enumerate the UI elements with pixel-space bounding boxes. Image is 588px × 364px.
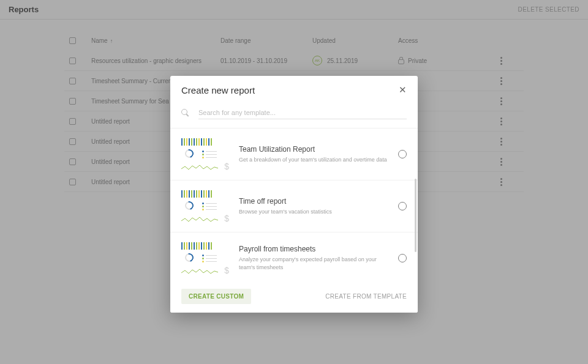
close-icon[interactable]: ✕: [399, 84, 407, 95]
search-icon: [181, 109, 190, 117]
template-text: Team Utilization ReportGet a breakdown o…: [239, 145, 388, 164]
template-description: Browse your team's vacation statistics: [239, 208, 388, 216]
template-title: Time off report: [239, 197, 388, 206]
template-radio[interactable]: [398, 254, 407, 262]
create-from-template-button[interactable]: CREATE FROM TEMPLATE: [325, 293, 407, 300]
modal-title: Create new report: [181, 85, 255, 95]
template-thumbnail: $: [181, 189, 229, 223]
modal-backdrop[interactable]: Create new report ✕ $Team Utilization Re…: [0, 0, 588, 364]
modal-header: Create new report ✕: [170, 76, 418, 102]
create-custom-button[interactable]: CREATE CUSTOM: [181, 289, 251, 304]
create-report-modal: Create new report ✕ $Team Utilization Re…: [170, 76, 418, 313]
template-radio[interactable]: [398, 150, 407, 158]
template-thumbnail: $: [181, 137, 229, 171]
modal-footer: CREATE CUSTOM CREATE FROM TEMPLATE: [170, 281, 418, 313]
template-text: Payroll from timesheetsAnalyze your comp…: [239, 245, 388, 271]
search-input[interactable]: [198, 106, 407, 119]
template-description: Get a breakdown of your team's utilizati…: [239, 156, 388, 164]
template-description: Analyze your company's expected payroll …: [239, 256, 388, 271]
template-option[interactable]: $Team Utilization ReportGet a breakdown …: [170, 128, 418, 180]
search-row: [170, 102, 418, 128]
template-radio[interactable]: [398, 202, 407, 210]
template-text: Time off reportBrowse your team's vacati…: [239, 197, 388, 216]
template-option[interactable]: $Payroll from timesheetsAnalyze your com…: [170, 232, 418, 281]
template-option[interactable]: $Time off reportBrowse your team's vacat…: [170, 180, 418, 232]
template-list[interactable]: $Team Utilization ReportGet a breakdown …: [170, 128, 418, 281]
template-thumbnail: $: [181, 241, 229, 275]
template-title: Payroll from timesheets: [239, 245, 388, 253]
scrollbar-thumb[interactable]: [415, 179, 417, 252]
template-title: Team Utilization Report: [239, 145, 388, 154]
